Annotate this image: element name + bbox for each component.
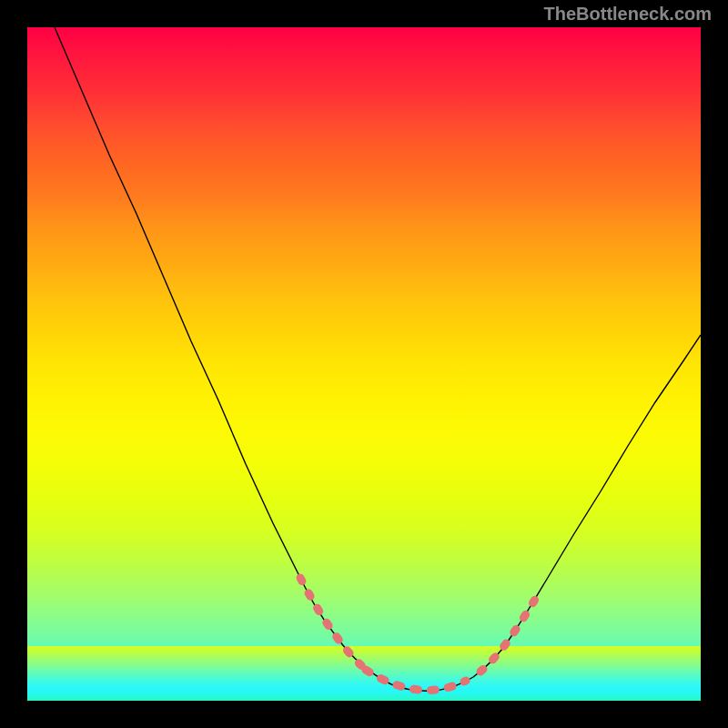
bottleneck-curve — [55, 27, 701, 691]
curve-svg — [27, 27, 701, 701]
dotted-highlight-left — [300, 578, 364, 668]
dotted-highlight-bottom — [366, 670, 466, 691]
watermark-text: TheBottleneck.com — [544, 4, 712, 25]
plot-area — [27, 27, 701, 701]
dotted-highlight-right — [480, 593, 539, 672]
